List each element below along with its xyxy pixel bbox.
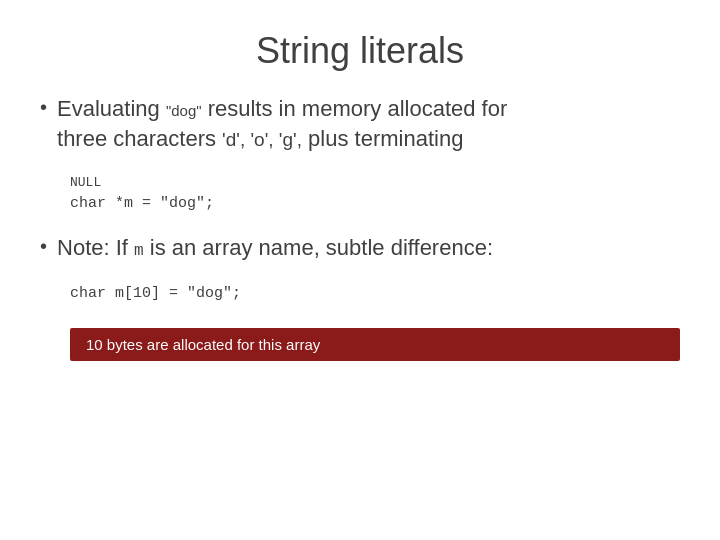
bullet-dot-2: • — [40, 235, 47, 258]
bullet-2-content: Note: If m is an array name, subtle diff… — [57, 235, 493, 260]
slide-title: String literals — [40, 30, 680, 72]
code-block-2: char m[10] = "dog"; — [70, 283, 680, 306]
m-identifier: m — [134, 242, 144, 260]
bullet-1: • Evaluating "dog" results in memory all… — [40, 94, 680, 153]
bullet-1-text: Evaluating "dog" results in memory alloc… — [57, 94, 507, 153]
bullet-1-content: Evaluating "dog" results in memory alloc… — [57, 96, 507, 151]
bullet-2-text: Note: If m is an array name, subtle diff… — [57, 233, 493, 263]
code-block-1: NULL char *m = "dog"; — [70, 173, 680, 215]
slide-content: • Evaluating "dog" results in memory all… — [40, 94, 680, 361]
annotation-box: 10 bytes are allocated for this array — [70, 328, 680, 361]
bullet-dot-1: • — [40, 96, 47, 119]
code-line-1: char *m = "dog"; — [70, 193, 680, 216]
bullet-2: • Note: If m is an array name, subtle di… — [40, 233, 680, 263]
code-line-2: char m[10] = "dog"; — [70, 283, 680, 306]
null-label: NULL — [70, 173, 680, 193]
inline-code-dog: "dog" — [166, 102, 202, 119]
